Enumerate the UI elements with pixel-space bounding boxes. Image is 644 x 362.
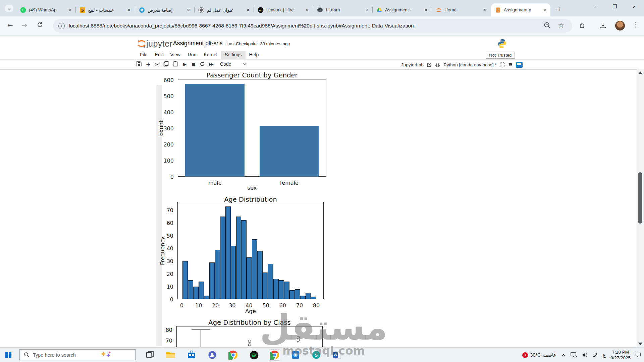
taskbar-search[interactable]: Type here to search	[19, 349, 136, 360]
site-info-icon[interactable]: i	[58, 23, 65, 29]
browser-tab[interactable]: upUpwork | Hire×	[254, 3, 313, 16]
browser-tab[interactable]: Assignment p×	[491, 3, 550, 16]
restart-kernel-icon[interactable]	[199, 61, 206, 68]
tab-search-chevron-icon[interactable]: ⌄	[5, 5, 13, 12]
url-text[interactable]: localhost:8888/notebooks/anaconda_projec…	[69, 23, 414, 29]
zoom-icon[interactable]	[543, 21, 552, 30]
taskbar-word-icon[interactable]: W	[331, 349, 343, 361]
y-tick-label: 600	[163, 77, 174, 83]
taskbar-clock[interactable]: 7:10 PM 8/27/2025	[610, 349, 631, 361]
maximize-button[interactable]: ❐	[605, 0, 625, 14]
scroll-down-icon[interactable]	[638, 343, 642, 345]
insert-cell-icon[interactable]: +	[145, 61, 152, 68]
copilot-sparkle-icon[interactable]	[99, 351, 112, 359]
reload-icon[interactable]	[36, 21, 44, 30]
debugger-bug-icon[interactable]	[435, 62, 440, 68]
start-button[interactable]	[5, 352, 11, 358]
hist-bar	[295, 289, 300, 299]
tab-close-icon[interactable]: ×	[67, 7, 73, 13]
x-tick-mark	[299, 299, 300, 302]
y-tick-mark	[175, 223, 177, 223]
kernel-status-icon	[500, 62, 505, 67]
bar-female	[260, 126, 319, 177]
checkpoint-status: Last Checkpoint: 30 minutes ago	[226, 41, 290, 46]
browser-tab[interactable]: Assignment -×	[372, 3, 432, 16]
browser-tab[interactable]: I-Learn×	[313, 3, 372, 16]
save-icon[interactable]	[136, 61, 142, 68]
copy-cells-icon[interactable]	[163, 61, 169, 68]
run-cell-icon[interactable]: ▶	[181, 61, 188, 68]
tab-close-icon[interactable]: ×	[542, 7, 548, 13]
taskbar-skype-icon[interactable]: S	[311, 349, 322, 361]
profile-avatar[interactable]	[615, 21, 625, 31]
menu-view[interactable]: View	[167, 51, 184, 59]
kernel-name[interactable]: Python [conda env:base] *	[444, 62, 497, 67]
menu-file[interactable]: File	[136, 51, 151, 59]
forward-icon[interactable]: →	[21, 21, 27, 29]
extensions-icon[interactable]	[578, 21, 587, 30]
paste-cells-icon[interactable]	[172, 61, 178, 68]
browser-scrollbar[interactable]	[637, 69, 644, 347]
notebook-title[interactable]: Assignment plt-sns	[173, 40, 223, 47]
taskbar-task-view-icon[interactable]	[144, 349, 156, 361]
browser-menu-icon[interactable]: ⋮	[633, 21, 639, 28]
menu-kernel[interactable]: Kernel	[200, 51, 221, 59]
browser-tab[interactable]: عنوان عمل لم×	[194, 3, 254, 16]
table-of-contents-icon[interactable]	[516, 62, 523, 68]
action-center-icon[interactable]	[635, 352, 641, 358]
hist-bar	[311, 297, 316, 299]
downloads-icon[interactable]	[599, 21, 608, 30]
taskbar-store-icon[interactable]	[186, 349, 197, 361]
tab-close-icon[interactable]: ×	[304, 7, 310, 13]
volume-icon[interactable]	[582, 352, 588, 358]
cell-type-dropdown[interactable]: Code	[220, 61, 231, 67]
jupyter-wordmark[interactable]: jupyter	[146, 39, 173, 49]
taskbar-photos-icon[interactable]	[290, 349, 301, 361]
tab-close-icon[interactable]: ×	[423, 7, 429, 13]
trust-badge[interactable]: Not Trusted	[486, 52, 515, 59]
tab-close-icon[interactable]: ×	[185, 7, 192, 13]
browser-tab[interactable]: Home×	[432, 3, 491, 16]
restart-run-all-icon[interactable]: ▶▶	[208, 61, 214, 68]
network-icon[interactable]	[571, 352, 577, 358]
back-icon[interactable]: ←	[7, 21, 13, 29]
menu-help[interactable]: Help	[246, 51, 263, 59]
taskbar-chrome-active-icon[interactable]	[269, 349, 280, 361]
x-tick-mark	[215, 177, 215, 179]
bookmark-star-icon[interactable]: ☆	[557, 21, 566, 30]
taskbar-file-explorer-icon[interactable]	[165, 349, 176, 361]
cut-cells-icon[interactable]: ✂	[154, 61, 161, 68]
tab-title: عنوان عمل لم	[207, 7, 245, 13]
close-button[interactable]: ×	[625, 0, 644, 14]
hidden-icons-chevron[interactable]	[561, 353, 566, 357]
y-tick-mark	[175, 96, 178, 96]
browser-tab[interactable]: 5خمسات - لبيع×	[75, 3, 135, 16]
language-indicator[interactable]: ع	[603, 352, 606, 358]
command-palette-icon[interactable]: ≡	[508, 61, 512, 68]
tab-close-icon[interactable]: ×	[482, 7, 488, 13]
taskbar-spotify-icon[interactable]	[248, 349, 260, 361]
y-tick-label: 400	[163, 109, 174, 115]
svg-text:S: S	[315, 353, 318, 358]
jupyterlab-link[interactable]: JupyterLab	[401, 62, 424, 67]
tab-close-icon[interactable]: ×	[126, 7, 132, 13]
browser-tab[interactable]: إضافة معرض×	[135, 3, 194, 16]
chart-title: Passenger Count by Gender	[206, 71, 298, 79]
address-bar[interactable]: i localhost:8888/notebooks/anaconda_proj…	[53, 19, 572, 33]
taskbar-weather[interactable]: 1 30°C عاصف	[522, 352, 556, 358]
interrupt-kernel-icon[interactable]: ■	[190, 61, 197, 68]
chevron-down-icon[interactable]	[243, 62, 247, 68]
taskbar-teams-icon[interactable]	[207, 349, 218, 361]
scrollbar-thumb[interactable]	[638, 172, 642, 224]
browser-tab[interactable]: (49) WhatsAp×	[16, 3, 75, 16]
pen-icon[interactable]	[593, 352, 598, 358]
menu-settings[interactable]: Settings	[221, 51, 246, 59]
minimize-button[interactable]: –	[586, 0, 605, 14]
scroll-up-icon[interactable]	[638, 71, 642, 74]
new-tab-button[interactable]: +	[554, 5, 564, 14]
menu-edit[interactable]: Edit	[151, 51, 167, 59]
tab-close-icon[interactable]: ×	[245, 7, 251, 13]
tab-close-icon[interactable]: ×	[364, 7, 370, 13]
menu-run[interactable]: Run	[184, 51, 200, 59]
taskbar-chrome-icon[interactable]	[227, 349, 239, 361]
